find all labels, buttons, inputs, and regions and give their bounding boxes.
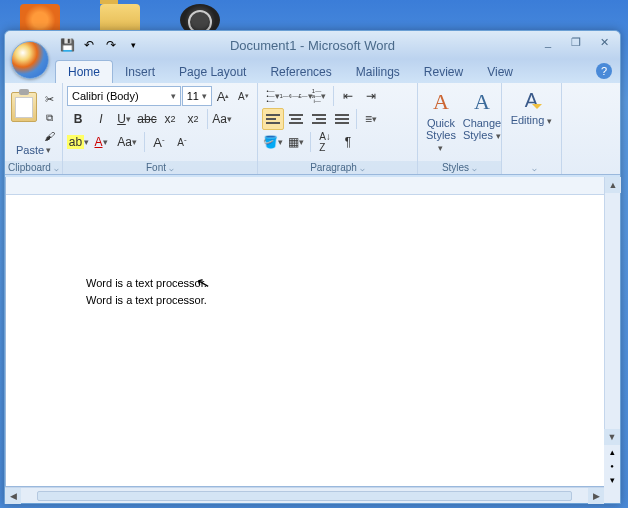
show-marks-button[interactable]: ¶: [337, 131, 359, 153]
title-bar[interactable]: 💾 ↶ ↷ ▾ Document1 - Microsoft Word _ ❐ ✕: [5, 31, 620, 59]
font-name-value: Calibri (Body): [72, 90, 139, 102]
subscript-button[interactable]: x2: [159, 108, 181, 130]
paste-button[interactable]: [9, 88, 39, 144]
copy-button[interactable]: ⧉: [41, 110, 59, 126]
browse-object-button[interactable]: ●: [604, 459, 620, 473]
word-window: 💾 ↶ ↷ ▾ Document1 - Microsoft Word _ ❐ ✕…: [4, 30, 621, 504]
group-label-editing: [502, 161, 561, 174]
group-label-paragraph[interactable]: Paragraph: [258, 161, 417, 174]
shrink-font-alt[interactable]: Aˇ: [171, 131, 193, 153]
highlight-button[interactable]: ab▾: [67, 131, 89, 153]
undo-button[interactable]: ↶: [79, 35, 99, 55]
qat-customize[interactable]: ▾: [123, 35, 143, 55]
grow-font-alt[interactable]: Aˆ: [148, 131, 170, 153]
quick-styles-label: Quick Styles: [426, 117, 456, 141]
tab-view[interactable]: View: [475, 61, 525, 83]
window-title: Document1 - Microsoft Word: [230, 38, 395, 53]
change-styles-button[interactable]: A Change Styles ▾: [462, 87, 502, 144]
editing-button[interactable]: A Editing ▾: [507, 87, 557, 128]
paste-label: Paste: [16, 144, 44, 156]
group-label-font[interactable]: Font: [63, 161, 257, 174]
align-left-button[interactable]: [262, 108, 284, 130]
align-right-button[interactable]: [308, 108, 330, 130]
office-button[interactable]: [11, 41, 49, 79]
tab-review[interactable]: Review: [412, 61, 475, 83]
tab-references[interactable]: References: [258, 61, 343, 83]
group-paragraph: ▾ ▾ ▾ ⇤ ⇥ ≡▾ 🪣▾ ▦▾: [258, 83, 418, 174]
font-color-button[interactable]: A▾: [90, 131, 112, 153]
decrease-indent-button[interactable]: ⇤: [337, 85, 359, 107]
save-button[interactable]: 💾: [57, 35, 77, 55]
superscript-button[interactable]: x2: [182, 108, 204, 130]
multilevel-button[interactable]: ▾: [308, 85, 330, 107]
tab-insert[interactable]: Insert: [113, 61, 167, 83]
shading-button[interactable]: 🪣▾: [262, 131, 284, 153]
tab-page-layout[interactable]: Page Layout: [167, 61, 258, 83]
document-area[interactable]: Word is a text processor. Word is a text…: [5, 177, 604, 487]
format-painter-button[interactable]: 🖌: [41, 128, 59, 144]
scroll-corner: [604, 487, 620, 503]
group-font: Calibri (Body)▾ 11▾ A▴ A▾ B I U▾ abc x2 …: [63, 83, 258, 174]
italic-button[interactable]: I: [90, 108, 112, 130]
group-label-clipboard[interactable]: Clipboard: [5, 161, 62, 174]
ribbon-tabs: Home Insert Page Layout References Maili…: [5, 59, 620, 83]
sort-button[interactable]: A↓Z: [314, 131, 336, 153]
bold-button[interactable]: B: [67, 108, 89, 130]
strike-button[interactable]: abc: [136, 108, 158, 130]
horizontal-scrollbar[interactable]: ◀ ▶: [5, 487, 604, 503]
paste-split[interactable]: Paste▾: [16, 144, 51, 156]
ruler[interactable]: [6, 177, 604, 195]
font-size-combo[interactable]: 11▾: [182, 86, 213, 106]
help-button[interactable]: ?: [596, 63, 612, 79]
underline-button[interactable]: U▾: [113, 108, 135, 130]
borders-button[interactable]: ▦▾: [285, 131, 307, 153]
group-clipboard: ✂ ⧉ 🖌 Paste▾ Clipboard: [5, 83, 63, 174]
browse-controls: ▼ ▴ ● ▾: [604, 429, 620, 487]
line-spacing-button[interactable]: ≡▾: [360, 108, 382, 130]
quick-styles-icon: A: [433, 89, 449, 115]
quick-styles-button[interactable]: A Quick Styles ▾: [422, 87, 460, 156]
minimize-button[interactable]: _: [536, 33, 560, 51]
hscroll-thumb[interactable]: [37, 491, 572, 501]
shrink-font-button[interactable]: A▾: [234, 85, 253, 107]
scroll-left-button[interactable]: ◀: [5, 488, 21, 504]
prev-page-button[interactable]: ▴: [604, 445, 620, 459]
vertical-scrollbar[interactable]: ▲: [604, 177, 620, 445]
change-case-button[interactable]: Aa▾: [211, 108, 233, 130]
grow-font-button[interactable]: A▴: [213, 85, 232, 107]
close-button[interactable]: ✕: [592, 33, 616, 51]
hscroll-track[interactable]: [21, 490, 588, 502]
text-line[interactable]: Word is a text processor.: [86, 275, 524, 292]
scroll-right-button[interactable]: ▶: [588, 488, 604, 504]
font-size-value: 11: [187, 90, 199, 102]
numbering-button[interactable]: ▾: [285, 85, 307, 107]
editing-icon: A: [525, 89, 538, 112]
cut-button[interactable]: ✂: [41, 92, 59, 108]
redo-button[interactable]: ↷: [101, 35, 121, 55]
group-editing: A Editing ▾: [502, 83, 562, 174]
next-page-button[interactable]: ▾: [604, 473, 620, 487]
group-styles: A Quick Styles ▾ A Change Styles ▾ Style…: [418, 83, 502, 174]
increase-indent-button[interactable]: ⇥: [360, 85, 382, 107]
clear-formatting-button[interactable]: Aa▾: [113, 131, 141, 153]
text-line[interactable]: Word is a text processor.: [86, 292, 524, 309]
justify-button[interactable]: [331, 108, 353, 130]
align-center-button[interactable]: [285, 108, 307, 130]
tab-home[interactable]: Home: [55, 60, 113, 83]
ribbon: ✂ ⧉ 🖌 Paste▾ Clipboard Calibri (Body)▾ 1…: [5, 83, 620, 175]
font-name-combo[interactable]: Calibri (Body)▾: [67, 86, 181, 106]
scroll-down-button[interactable]: ▼: [604, 429, 620, 445]
tab-mailings[interactable]: Mailings: [344, 61, 412, 83]
editing-label: Editing: [511, 114, 545, 126]
change-styles-icon: A: [474, 89, 490, 115]
clipboard-icon: [11, 92, 37, 122]
quick-access-toolbar: 💾 ↶ ↷ ▾: [57, 35, 143, 55]
scroll-up-button[interactable]: ▲: [605, 177, 621, 193]
document-page[interactable]: Word is a text processor. Word is a text…: [6, 195, 604, 388]
maximize-button[interactable]: ❐: [564, 33, 588, 51]
group-label-styles[interactable]: Styles: [418, 161, 501, 174]
